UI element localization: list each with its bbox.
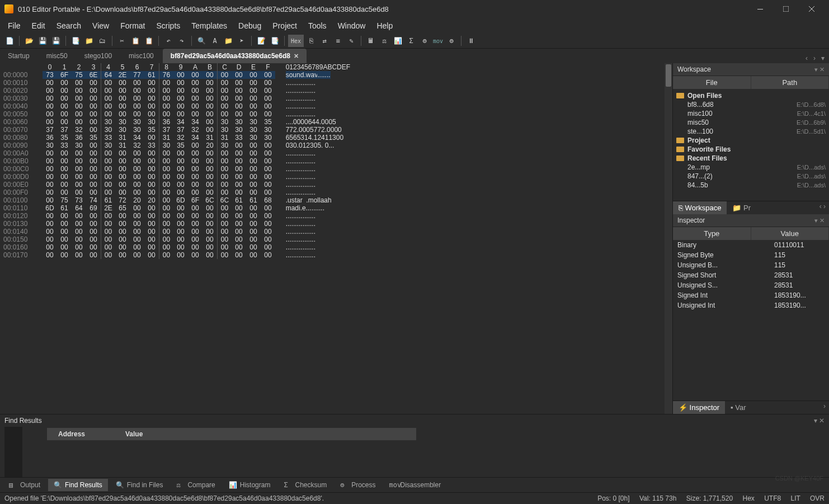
open-folder-icon[interactable]: 📁 <box>83 35 95 47</box>
find-col-address[interactable]: Address <box>47 428 114 440</box>
hex-row[interactable]: 00:00E000000000000000000000000000000000 … <box>0 181 672 189</box>
workspace-tab[interactable]: 📁 Pr <box>727 201 756 214</box>
menu-debug[interactable]: Debug <box>233 19 267 32</box>
hist-icon[interactable]: 📊 <box>392 35 404 47</box>
hex-icon[interactable]: Hex <box>288 35 304 47</box>
hex-row[interactable]: 00:007037373200303030353737320030303030 … <box>0 126 672 134</box>
inspector-col-value[interactable]: Value <box>751 227 830 240</box>
inspector-tab[interactable]: ▪ Var <box>725 401 752 414</box>
open-drive-icon[interactable]: 🗂 <box>96 35 109 47</box>
hex-row[interactable]: 00:00F000000000000000000000000000000000 … <box>0 189 672 196</box>
mov-icon[interactable]: mov <box>432 35 444 47</box>
hex-row[interactable]: 00:01106D6164692E6500000000000000000000 … <box>0 204 672 212</box>
file-tab[interactable]: misc50 <box>39 49 76 63</box>
hex-row[interactable]: 00:005000000000000000000000000000000000 … <box>0 110 672 118</box>
inspector-tab[interactable]: ⚡ Inspector <box>673 401 725 414</box>
save-all-icon[interactable]: 💾 <box>50 35 62 47</box>
script-icon[interactable]: 📝 <box>255 35 267 47</box>
bottom-tab-findfiles[interactable]: 🔍Find in Files <box>110 479 169 491</box>
bottom-tab-proc[interactable]: ⚙Process <box>335 479 381 491</box>
inspector-row[interactable]: Unsigned Int1853190... <box>673 300 829 310</box>
align-icon[interactable]: ≡ <box>332 35 344 47</box>
bottom-tab-chk[interactable]: ΣChecksum <box>278 479 332 491</box>
bottom-tab-compare[interactable]: ⚖Compare <box>171 479 220 491</box>
hex-row[interactable]: 00:015000000000000000000000000000000000 … <box>0 235 672 243</box>
tab-prev-icon[interactable]: ‹ <box>803 53 810 63</box>
workspace-col-file[interactable]: File <box>673 76 751 89</box>
insert-icon[interactable]: ⎘ <box>305 35 317 47</box>
file-tab[interactable]: Startup <box>0 49 37 63</box>
paint-icon[interactable]: ✎ <box>345 35 357 47</box>
close-button[interactable] <box>799 0 825 18</box>
new-icon[interactable]: 📄 <box>3 35 16 47</box>
hex-row[interactable]: 00:008036353635333134003132343131333030 … <box>0 134 672 142</box>
highlight-icon[interactable]: A <box>209 35 221 47</box>
copy-icon[interactable]: 📋 <box>129 35 142 47</box>
file-tab[interactable]: stego100 <box>77 49 120 63</box>
workspace-section[interactable]: Project <box>676 136 826 145</box>
status-endian[interactable]: LIT <box>791 494 800 502</box>
menu-scripts[interactable]: Scripts <box>150 19 186 32</box>
menu-help[interactable]: Help <box>371 19 398 32</box>
menu-templates[interactable]: Templates <box>186 19 233 32</box>
find-icon[interactable]: 🔍 <box>195 35 208 47</box>
workspace-item[interactable]: ste...100E:\D...5d1\ <box>676 127 826 136</box>
inspector-row[interactable]: Unsigned S...28531 <box>673 280 829 290</box>
workspace-section[interactable]: Recent Files <box>676 154 826 163</box>
bottom-tab-disasm[interactable]: movDisassembler <box>384 479 447 491</box>
maximize-button[interactable] <box>773 0 799 18</box>
status-ovr[interactable]: OVR <box>810 494 825 502</box>
hex-row[interactable]: 00:009030333000303132333035002030000000 … <box>0 142 672 149</box>
hex-editor[interactable]: 0123456789ABCDEF 0123456789ABCDEF 00:000… <box>0 63 672 414</box>
inspector-row[interactable]: Unsigned B...115 <box>673 260 829 270</box>
hex-row[interactable]: 00:001000000000000000000000000000000000 … <box>0 79 672 87</box>
open-icon[interactable]: 📂 <box>23 35 35 47</box>
undo-icon[interactable]: ↶ <box>162 35 175 47</box>
template-icon[interactable]: 📑 <box>269 35 281 47</box>
hex-row[interactable]: 00:004000000000000000000000000000000000 … <box>0 102 672 110</box>
workspace-item[interactable]: 847...(2)E:\D...ads\ <box>676 172 826 181</box>
minimize-button[interactable] <box>747 0 773 18</box>
hex-row[interactable]: 00:013000000000000000000000000000000000 … <box>0 220 672 228</box>
workspace-item[interactable]: 84...5bE:\D...ads\ <box>676 181 826 190</box>
workspace-item[interactable]: 2e...mpE:\D...ads\ <box>676 163 826 172</box>
hex-row[interactable]: 00:006000000000303030303634340030303035 … <box>0 118 672 126</box>
menu-project[interactable]: Project <box>267 19 303 32</box>
hex-row[interactable]: 00:00D000000000000000000000000000000000 … <box>0 173 672 181</box>
workspace-item[interactable]: misc50E:\D...6b9\ <box>676 118 826 127</box>
bottom-tab-output[interactable]: ▤Output <box>3 479 46 491</box>
paste-icon[interactable]: 📋 <box>143 35 155 47</box>
go-icon[interactable]: ➤ <box>235 35 248 47</box>
menu-tools[interactable]: Tools <box>303 19 332 32</box>
hex-row[interactable]: 00:00A000000000000000000000000000000000 … <box>0 149 672 157</box>
swap-icon[interactable]: ⇄ <box>318 35 331 47</box>
workspace-section[interactable]: Favorite Files <box>676 145 826 154</box>
inspector-row[interactable]: Signed Int1853190... <box>673 290 829 300</box>
find-col-value[interactable]: Value <box>114 428 154 440</box>
compare-icon[interactable]: ⚖ <box>378 35 390 47</box>
hex-row[interactable]: 00:00C000000000000000000000000000000000 … <box>0 165 672 173</box>
vertical-scrollbar[interactable] <box>665 63 672 414</box>
hex-row[interactable]: 00:002000000000000000000000000000000000 … <box>0 87 672 95</box>
workspace-item[interactable]: misc100E:\D...4c1\ <box>676 109 826 118</box>
tab-list-icon[interactable]: ▾ <box>819 53 827 63</box>
bookmark-icon[interactable]: 📁 <box>222 35 234 47</box>
hex-row[interactable]: 00:014000000000000000000000000000000000 … <box>0 228 672 235</box>
hex-row[interactable]: 00:012000000000000000000000000000000000 … <box>0 212 672 220</box>
close-icon[interactable]: ✕ <box>294 53 299 60</box>
bottom-tab-find[interactable]: 🔍Find Results <box>48 479 108 491</box>
menu-search[interactable]: Search <box>51 19 87 32</box>
hex-row[interactable]: 00:01000075737461722020006D6F6C6C616168 … <box>0 196 672 204</box>
hex-row[interactable]: 00:003000000000000000000000000000000000 … <box>0 95 672 102</box>
revert-icon[interactable]: 📑 <box>69 35 82 47</box>
redo-icon[interactable]: ↷ <box>176 35 188 47</box>
inspector-row[interactable]: Binary01110011 <box>673 240 829 250</box>
hex-row[interactable]: 00:017000000000000000000000000000000000 … <box>0 251 672 259</box>
inspector-row[interactable]: Signed Short28531 <box>673 270 829 280</box>
bottom-tab-hist[interactable]: 📊Histogram <box>223 479 276 491</box>
inspector-col-type[interactable]: Type <box>673 227 751 240</box>
workspace-col-path[interactable]: Path <box>751 76 830 89</box>
hex-row[interactable]: 00:016000000000000000000000000000000000 … <box>0 243 672 251</box>
save-icon[interactable]: 💾 <box>36 35 49 47</box>
workspace-section[interactable]: Open Files <box>676 91 826 100</box>
